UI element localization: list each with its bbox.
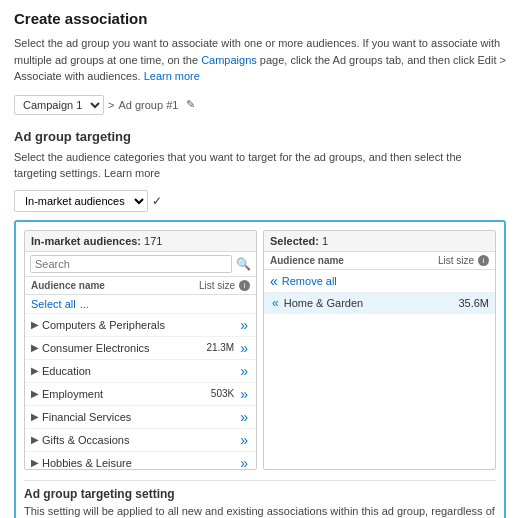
add-audience-button[interactable]: » [238, 432, 250, 448]
audience-item-size: 503K [211, 388, 234, 399]
right-panel-count: 1 [322, 235, 328, 247]
audience-list-item[interactable]: ▶ Consumer Electronics 21.3M » [25, 337, 256, 360]
select-all-row[interactable]: Select all ... [25, 295, 256, 314]
audience-item-name: ▶ Gifts & Occasions [31, 434, 129, 446]
audience-list-item[interactable]: ▶ Hobbies & Leisure » [25, 452, 256, 469]
targeting-section-desc: Select the audience categories that you … [14, 149, 506, 182]
remove-all-row[interactable]: « Remove all [264, 270, 495, 293]
chevron-icon: ▶ [31, 319, 39, 330]
selected-item-name: « Home & Garden [270, 296, 363, 310]
targeting-setting-title: Ad group targeting setting [24, 487, 496, 501]
chevron-icon: ▶ [31, 365, 39, 376]
breadcrumb: Campaign 1 > Ad group #1 ✎ [14, 95, 506, 115]
chevron-icon: ▶ [31, 434, 39, 445]
campaign-select[interactable]: Campaign 1 [14, 95, 104, 115]
adgroup-label: Ad group #1 [118, 99, 178, 111]
audience-item-name: ▶ Financial Services [31, 411, 131, 423]
category-checkmark-icon: ✓ [152, 194, 162, 208]
right-list-size-info-icon[interactable]: i [478, 255, 489, 266]
breadcrumb-arrow: > [108, 99, 114, 111]
learn-more-link-targeting[interactable]: Learn more [104, 167, 160, 179]
chevron-icon: ▶ [31, 457, 39, 468]
audience-item-name: ▶ Computers & Peripherals [31, 319, 165, 331]
right-col-headers: Audience name List size i [264, 252, 495, 270]
add-audience-button[interactable]: » [238, 386, 250, 402]
category-select[interactable]: In-market audiences [14, 190, 148, 212]
audience-list: ▶ Computers & Peripherals » ▶ Consumer E… [25, 314, 256, 469]
list-size-info-icon[interactable]: i [239, 280, 250, 291]
add-audience-button[interactable]: » [238, 455, 250, 469]
audience-item-name: ▶ Consumer Electronics [31, 342, 150, 354]
left-panel-count: 171 [144, 235, 162, 247]
audience-item-name: ▶ Employment [31, 388, 103, 400]
audience-item-name: ▶ Education [31, 365, 91, 377]
chevron-icon: ▶ [31, 388, 39, 399]
audience-list-item[interactable]: ▶ Financial Services » [25, 406, 256, 429]
left-panel-header: In-market audiences: 171 [25, 231, 256, 252]
audience-list-item[interactable]: ▶ Computers & Peripherals » [25, 314, 256, 337]
learn-more-link-top[interactable]: Learn more [144, 70, 200, 82]
targeting-setting-desc: This setting will be applied to all new … [24, 505, 496, 519]
category-dropdown-row: In-market audiences ✓ [14, 190, 506, 212]
chevron-icon: ▶ [31, 342, 39, 353]
page-description: Select the ad group you want to associat… [14, 35, 506, 85]
audience-list-item[interactable]: ▶ Gifts & Occasions » [25, 429, 256, 452]
audience-list-item[interactable]: ▶ Employment 503K » [25, 383, 256, 406]
campaigns-link[interactable]: Campaigns [201, 54, 257, 66]
audience-item-size: 21.3M [206, 342, 234, 353]
dual-panel: In-market audiences: 171 🔍 Audience name… [24, 230, 496, 470]
edit-icon[interactable]: ✎ [186, 98, 195, 111]
select-all-dots: ... [80, 298, 89, 310]
audience-list-item[interactable]: ▶ Education » [25, 360, 256, 383]
left-col-size: List size i [199, 280, 250, 291]
page-title: Create association [14, 10, 506, 27]
remove-all-label: Remove all [282, 275, 337, 287]
selected-item-size: 35.6M [458, 297, 489, 309]
left-panel: In-market audiences: 171 🔍 Audience name… [24, 230, 257, 470]
add-audience-button[interactable]: » [238, 340, 250, 356]
right-panel-header: Selected: 1 [264, 231, 495, 252]
remove-all-icon: « [270, 273, 278, 289]
left-col-name: Audience name [31, 280, 105, 291]
add-audience-button[interactable]: » [238, 317, 250, 333]
remove-audience-button[interactable]: « [270, 296, 281, 310]
targeting-box: In-market audiences: 171 🔍 Audience name… [14, 220, 506, 519]
selected-audience-list: « Home & Garden 35.6M [264, 293, 495, 448]
chevron-icon: ▶ [31, 411, 39, 422]
right-panel-header-label: Selected: [270, 235, 319, 247]
right-col-size: List size i [438, 255, 489, 266]
left-col-headers: Audience name List size i [25, 277, 256, 295]
search-icon[interactable]: 🔍 [236, 257, 251, 271]
right-panel: Selected: 1 Audience name List size i « … [263, 230, 496, 470]
add-audience-button[interactable]: » [238, 363, 250, 379]
left-panel-header-label: In-market audiences: [31, 235, 141, 247]
selected-audience-item[interactable]: « Home & Garden 35.6M [264, 293, 495, 314]
right-col-name: Audience name [270, 255, 344, 266]
search-input[interactable] [30, 255, 232, 273]
targeting-setting-section: Ad group targeting setting This setting … [24, 480, 496, 519]
search-row: 🔍 [25, 252, 256, 277]
targeting-section-title: Ad group targeting [14, 129, 506, 144]
audience-item-name: ▶ Hobbies & Leisure [31, 457, 132, 469]
select-all-label: Select all [31, 298, 76, 310]
add-audience-button[interactable]: » [238, 409, 250, 425]
